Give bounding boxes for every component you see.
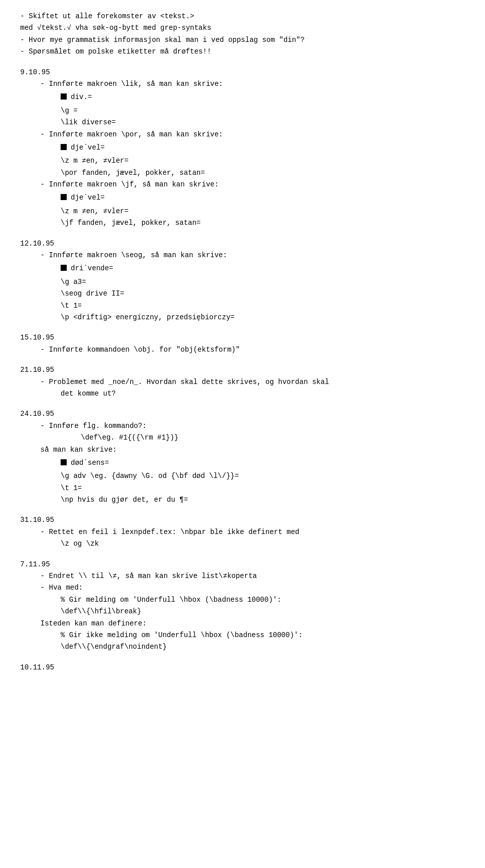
section-6: 7.11.95- Endret \\ til \≠, så man kan sk… [20, 559, 465, 653]
code-block-1-2: \g a3=\seog drive II=\t 1=\p <driftig> e… [61, 276, 465, 323]
text-item-6-1: - Hva med: [40, 582, 465, 593]
section-4: 24.10.95- Innføre flg. kommando?:\def\eg… [20, 408, 465, 505]
text-item-3-0: - Problemet med _noe/n_. Hvordan skal de… [40, 376, 465, 388]
bullet-square-icon [61, 194, 67, 200]
bullet-item-1-1: dri`vende= [61, 263, 465, 274]
text-item-0-0: - Innførte makroen \lik, så man kan skri… [40, 78, 465, 89]
bullet-text: død´sens= [71, 457, 109, 468]
bullet-text: dje`vel= [71, 192, 105, 203]
date-header-4: 24.10.95 [20, 408, 465, 419]
text-item-6-3: Isteden kan man definere: [40, 618, 465, 629]
code-line-2: \t 1= [61, 300, 465, 311]
section-1: 12.10.95- Innførte makroen \seog, så man… [20, 238, 465, 323]
date-header-0: 9.10.95 [20, 67, 465, 78]
section-7: 10.11.95 [20, 662, 465, 673]
bullet-text: dri`vende= [71, 263, 113, 274]
code-block-0-2: \g =\lik diverse= [61, 105, 465, 128]
text-item-4-0: - Innføre flg. kommando?: [40, 420, 465, 431]
code-line-1: \jf fanden, jævel, pokker, satan= [61, 217, 465, 228]
text-item-6-0: - Endret \\ til \≠, så man kan skrive li… [40, 570, 465, 582]
date-header-6: 7.11.95 [20, 559, 465, 570]
code-line-0: \z m ≠en, ≠vler= [61, 155, 465, 166]
bullet-item-0-7: dje`vel= [61, 192, 465, 203]
section-5: 31.10.95- Rettet en feil i lexnpdef.tex:… [20, 514, 465, 549]
code-block-4-4: \g adv \eg. {dawny \G. od {\bf død \l\/}… [61, 470, 465, 505]
code-line-0: % Gir melding om 'Underfull \hbox (\badn… [61, 594, 465, 605]
date-header-7: 10.11.95 [20, 662, 465, 673]
bullet-text: dje`vel= [71, 142, 105, 153]
text-item-1-0: - Innførte makroen \seog, så man kan skr… [40, 250, 465, 261]
text-item-0-6: - Innførte makroen \jf, så man kan skriv… [40, 179, 465, 190]
date-header-1: 12.10.95 [20, 238, 465, 249]
code-inline-4-1: \def\eg. #1{({\rm #1})} [81, 432, 465, 443]
section-3: 21.10.95- Problemet med _noe/n_. Hvordan… [20, 364, 465, 399]
code-line-1: \def\\{\endgraf\noindent} [61, 641, 465, 652]
main-content: - Skiftet ut alle forekomster av <tekst.… [20, 11, 465, 673]
code-line-1: \t 1= [61, 483, 465, 494]
code-block-0-8: \z m ≠en, ≠vler=\jf fanden, jævel, pokke… [61, 206, 465, 229]
bullet-item-4-3: død´sens= [61, 457, 465, 468]
code-line-1: \lik diverse= [61, 117, 465, 128]
code-line-2: \np hvis du gjør det, er du ¶= [61, 494, 465, 505]
text-item-4-2: så man kan skrive: [40, 444, 465, 455]
text-item-5-0: - Rettet en feil i lexnpdef.tex: \nbpar … [40, 526, 465, 538]
section-2: 15.10.95- Innførte kommandoen \obj. for … [20, 332, 465, 355]
code-line-1: \seog drive II= [61, 288, 465, 299]
date-header-2: 15.10.95 [20, 332, 465, 343]
bullet-square-icon [61, 265, 67, 271]
bullet-item-0-4: dje`vel= [61, 142, 465, 153]
code-line-0: \g = [61, 105, 465, 116]
date-header-5: 31.10.95 [20, 514, 465, 525]
bullet-square-icon [61, 93, 67, 100]
intro-line3: - Hvor mye grammatisk informasjon skal m… [20, 34, 465, 45]
code-block-6-4: % Gir ikke melding om 'Underfull \hbox (… [61, 630, 465, 653]
intro-line1: - Skiftet ut alle forekomster av <tekst.… [20, 11, 465, 22]
bullet-square-icon [61, 459, 67, 465]
text-item-2-0: - Innførte kommandoen \obj. for "obj(ekt… [40, 344, 465, 355]
code-line-0: \g adv \eg. {dawny \G. od {\bf død \l\/}… [61, 470, 465, 481]
text-item-0-3: - Innførte makroen \por, så man kan skri… [40, 129, 465, 140]
code-block-0-5: \z m ≠en, ≠vler=\por fanden, jævel, pokk… [61, 155, 465, 178]
code-line-1: \por fanden, jævel, pokker, satan= [61, 167, 465, 178]
section-0: 9.10.95- Innførte makroen \lik, så man k… [20, 67, 465, 229]
code-line-0: \g a3= [61, 276, 465, 287]
bullet-square-icon [61, 144, 67, 150]
code-block-6-2: % Gir melding om 'Underfull \hbox (\badn… [61, 594, 465, 617]
intro-line4: - Spørsmålet om polske etiketter må drøf… [20, 46, 465, 57]
bullet-item-0-1: div.= [61, 91, 465, 103]
code-line-3: \p <driftig> energiczny, przedsiębiorczy… [61, 312, 465, 323]
text-item-5-1: \z og \zk [61, 538, 465, 549]
bullet-text: div.= [71, 91, 92, 103]
code-line-1: \def\\{\hfil\break} [61, 606, 465, 617]
intro-section: - Skiftet ut alle forekomster av <tekst.… [20, 11, 465, 58]
code-line-0: \z m ≠en, ≠vler= [61, 206, 465, 217]
text-item-3-1: det komme ut? [61, 388, 465, 399]
date-header-3: 21.10.95 [20, 364, 465, 375]
code-line-0: % Gir ikke melding om 'Underfull \hbox (… [61, 630, 465, 641]
intro-line2: med √tekst.√ vha søk-og-bytt med grep-sy… [20, 22, 465, 33]
sections-container: 9.10.95- Innførte makroen \lik, så man k… [20, 67, 465, 673]
